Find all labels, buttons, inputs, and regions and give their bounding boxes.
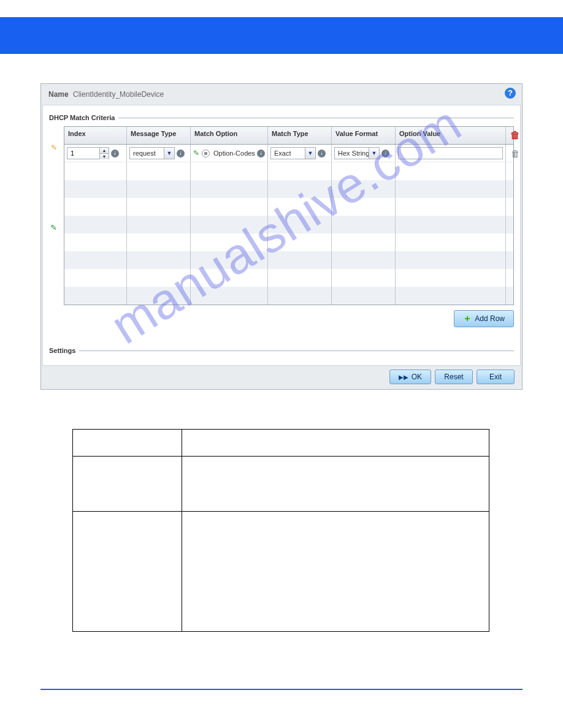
chevron-down-icon[interactable]: ▼ [369,148,379,159]
table-row [73,430,489,457]
info-icon[interactable]: i [177,150,185,157]
option-value-input[interactable] [398,147,503,159]
match-type-value: Exact [271,148,305,159]
panel-header: Name ClientIdentity_MobileDevice ? [42,85,521,105]
exit-label: Exit [489,373,502,381]
col-message-type: Message Type [127,127,191,144]
cell-match-type: Exact ▼ i [268,145,332,162]
help-icon[interactable]: ? [505,88,516,99]
delete-all-icon[interactable]: 🗑 [510,130,520,140]
panel-body: DHCP Match Criteria ✎ ✎ Index Message Ty… [42,105,521,366]
pencil-icon[interactable]: ✎ [193,149,199,157]
col-delete: 🗑 [506,127,524,144]
cell-match-option: ✎ Option-Codes i [191,145,268,162]
cell-value-format: Hex String ▼ i [332,145,396,162]
spinner-up-icon[interactable]: ▲ [100,148,109,154]
grid-edit-icon[interactable]: ✎ [50,223,57,232]
grid-data-row: ▲ ▼ i request ▼ i ✎ [64,145,513,162]
table-row [73,457,489,512]
match-option-value: Option-Codes [213,150,255,157]
fast-forward-icon: ▶▶ [399,374,408,381]
add-row-button[interactable]: ＋ Add Row [454,310,514,327]
description-table [72,429,489,632]
dhcp-fieldset-header: DHCP Match Criteria [49,114,514,121]
col-value-format: Value Format [332,127,396,144]
reset-button[interactable]: Reset [435,370,473,384]
col-index: Index [64,127,127,144]
index-spinner[interactable]: ▲ ▼ [67,147,109,159]
table-row [73,512,489,632]
col-match-type: Match Type [268,127,332,144]
info-icon[interactable]: i [318,150,326,157]
add-row-wrap: ＋ Add Row [64,310,514,327]
chevron-down-icon[interactable]: ▼ [164,148,174,159]
info-icon[interactable]: i [257,150,265,157]
col-match-option: Match Option [191,127,268,144]
dhcp-grid-wrapper: ✎ ✎ Index Message Type Match Option Matc… [64,126,514,305]
settings-title: Settings [49,347,75,354]
top-banner [0,17,563,54]
info-icon[interactable]: i [381,150,389,157]
add-row-label: Add Row [475,314,505,323]
message-type-dropdown[interactable]: request ▼ [129,147,175,159]
delete-row-icon[interactable]: 🗑 [511,148,520,159]
col-option-value: Option Value [396,127,506,144]
cell-index: ▲ ▼ i [64,145,127,162]
cell-row-delete: 🗑 [506,145,524,162]
cell-option-value [396,145,506,162]
value-format-dropdown[interactable]: Hex String ▼ [334,147,380,159]
name-label: Name [48,90,69,99]
empty-rows [64,162,513,305]
reset-label: Reset [444,373,463,381]
plus-icon: ＋ [463,313,472,324]
dhcp-title: DHCP Match Criteria [49,114,115,121]
radio-icon[interactable] [202,150,210,157]
grid-header-row: Index Message Type Match Option Match Ty… [64,127,513,145]
ok-label: OK [412,373,422,381]
ok-button[interactable]: ▶▶ OK [389,370,431,384]
cell-message-type: request ▼ i [127,145,191,162]
config-panel: Name ClientIdentity_MobileDevice ? DHCP … [40,83,523,390]
index-input[interactable] [67,148,99,159]
settings-fieldset-header: Settings [49,347,514,354]
spinner-down-icon[interactable]: ▼ [100,154,109,159]
message-type-value: request [130,148,164,159]
name-value: ClientIdentity_MobileDevice [73,90,164,99]
match-type-dropdown[interactable]: Exact ▼ [270,147,316,159]
value-format-value: Hex String [335,148,369,159]
exit-button[interactable]: Exit [477,370,515,384]
row-edit-icon[interactable]: ✎ [51,143,57,152]
footer-rule [40,689,523,690]
panel-footer: ▶▶ OK Reset Exit [42,366,521,388]
info-icon[interactable]: i [111,150,119,157]
chevron-down-icon[interactable]: ▼ [305,148,315,159]
dhcp-grid: Index Message Type Match Option Match Ty… [64,126,514,305]
